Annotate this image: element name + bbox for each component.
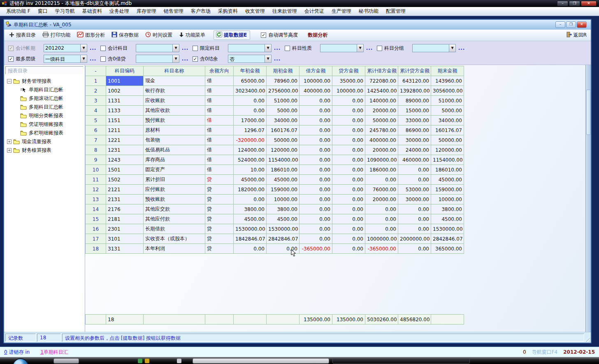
cell-amount[interactable]: 4500.00 xyxy=(267,214,300,224)
cell-code[interactable]: 1211 xyxy=(106,125,144,135)
max-level-more-button[interactable]: ... xyxy=(87,56,99,62)
cell-amount[interactable]: 0.00 xyxy=(332,96,365,106)
cell-amount[interactable]: 0.00 xyxy=(332,116,365,125)
tree-item-2[interactable]: 单期科目汇总帐 xyxy=(5,86,84,94)
cell-code[interactable]: 2301 xyxy=(106,224,144,234)
cell-amount[interactable]: 30000.00 xyxy=(398,135,431,145)
cell-code[interactable]: 2121 xyxy=(106,185,144,195)
cell-code[interactable]: 1151 xyxy=(106,116,144,125)
cell-name[interactable]: 现金 xyxy=(144,76,205,86)
tree-item-3[interactable]: 多期滚动汇总帐 xyxy=(5,94,84,103)
cell-code[interactable]: 1501 xyxy=(106,165,144,175)
chevron-down-icon[interactable]: ▼ xyxy=(265,44,271,52)
cell-amount[interactable]: 0.00 xyxy=(365,224,398,234)
cell-amount[interactable]: 160176.07 xyxy=(267,125,300,135)
cell-code[interactable]: 2181 xyxy=(106,214,144,224)
taskbar-tray-icon[interactable] xyxy=(145,359,149,363)
cell-amount[interactable]: -320000.00 xyxy=(234,135,267,145)
tree-item-8[interactable]: +现金流量报表 xyxy=(5,137,84,146)
taskbar-tray-icon[interactable] xyxy=(177,359,181,363)
cell-amount[interactable]: 1392800.00 xyxy=(398,86,431,96)
row-number[interactable]: 17 xyxy=(86,234,106,244)
limit-subject-combobox[interactable]: ▼ xyxy=(228,44,272,52)
cell-code[interactable]: 1002 xyxy=(106,86,144,96)
cell-amount[interactable]: 0.00 xyxy=(398,165,431,175)
cell-code[interactable]: 2176 xyxy=(106,204,144,214)
accounting-period-more-button[interactable]: ... xyxy=(87,45,99,51)
nav-window-link[interactable]: 导航窗口F4 xyxy=(532,349,558,356)
cell-direction[interactable]: 贷 xyxy=(205,175,234,185)
cell-amount[interactable]: -365000.00 xyxy=(300,244,332,254)
cell-amount[interactable]: 0.00 xyxy=(398,214,431,224)
cell-amount[interactable]: 0.00 xyxy=(300,234,332,244)
cell-amount[interactable]: 0.00 xyxy=(300,214,332,224)
cell-amount[interactable]: 186010.00 xyxy=(431,165,464,175)
cell-amount[interactable]: 2756000.00 xyxy=(267,86,300,96)
chart-analysis-button[interactable]: 图形分析 xyxy=(74,30,108,40)
menu-item-5[interactable]: 业务处理 xyxy=(106,7,133,16)
cell-code[interactable]: 1502 xyxy=(106,175,144,185)
auto-height-toggle[interactable]: 自动调节高度 xyxy=(261,32,298,39)
menu-item-6[interactable]: 库存管理 xyxy=(133,7,160,16)
cell-amount[interactable]: 400000.00 xyxy=(300,86,332,96)
cell-amount[interactable]: 524000.00 xyxy=(234,155,267,165)
cell-direction[interactable]: 贷 xyxy=(205,204,234,214)
accounting-period-combobox[interactable]: 201202▼ xyxy=(44,44,87,52)
cell-amount[interactable]: 1154000.00 xyxy=(267,155,300,165)
cell-amount[interactable]: 45000.00 xyxy=(267,175,300,185)
cell-amount[interactable]: 0.00 xyxy=(332,155,365,165)
cell-amount[interactable]: 45000.00 xyxy=(431,175,464,185)
cell-amount[interactable]: 0.00 xyxy=(300,175,332,185)
include-zero-balance-checkbox[interactable] xyxy=(193,56,198,62)
cell-amount[interactable]: 4500.00 xyxy=(431,214,464,224)
save-data-button[interactable]: 保存数据 xyxy=(109,30,142,40)
window-tab-main[interactable]: 0 进销存 in xyxy=(4,349,30,356)
subject-nature-checkbox[interactable] xyxy=(285,46,290,51)
cell-amount[interactable]: 53000.00 xyxy=(398,185,431,195)
cell-amount[interactable]: 15000.00 xyxy=(398,106,431,116)
cell-amount[interactable]: 1090000.00 xyxy=(365,155,398,165)
chevron-down-icon[interactable]: ▼ xyxy=(449,44,455,52)
extract-data-button[interactable]: 提取数据E xyxy=(214,30,250,40)
menu-item-1[interactable]: 系统功能 F xyxy=(2,7,34,16)
cell-amount[interactable]: 0.00 xyxy=(332,214,365,224)
cell-amount[interactable]: 5000.00 xyxy=(431,106,464,116)
row-number[interactable]: 4 xyxy=(86,106,106,116)
menu-item-15[interactable]: 配置管理 xyxy=(382,7,409,16)
cell-code[interactable]: 3131 xyxy=(106,244,144,254)
cell-amount[interactable]: 643120.00 xyxy=(398,76,431,86)
cell-amount[interactable]: 100000.00 xyxy=(332,86,365,96)
cell-amount[interactable]: 460000.00 xyxy=(398,155,431,165)
chevron-down-icon[interactable]: ▼ xyxy=(80,44,87,52)
cell-name[interactable]: 应收账款 xyxy=(144,96,205,106)
limit-subject-more-button[interactable]: ... xyxy=(272,45,283,51)
menu-item-2[interactable]: 窗口 xyxy=(34,7,51,16)
cell-direction[interactable]: 借 xyxy=(205,96,234,106)
cell-amount[interactable]: 3800.00 xyxy=(431,204,464,214)
include-zero-debit-credit-combobox[interactable]: ▼ xyxy=(136,55,179,63)
tree-item-6[interactable]: 凭证明细账报表 xyxy=(5,120,84,129)
cell-amount[interactable]: 3023400.00 xyxy=(234,86,267,96)
menu-item-7[interactable]: 销售管理 xyxy=(160,7,187,16)
cell-name[interactable]: 长期借款 xyxy=(144,224,205,234)
cell-code[interactable]: 3101 xyxy=(106,234,144,244)
window-tab-report[interactable]: 1单期科目汇 xyxy=(40,349,68,356)
tree-item-1[interactable]: −财务管理报表 xyxy=(5,77,84,86)
cell-amount[interactable]: 0.00 xyxy=(332,234,365,244)
report-directory-button[interactable]: 报表目录 xyxy=(7,30,39,40)
cell-direction[interactable]: 借 xyxy=(205,165,234,175)
cell-amount[interactable]: 30000.00 xyxy=(398,195,431,204)
cell-name[interactable]: 预付账款 xyxy=(144,116,205,125)
row-number[interactable]: 7 xyxy=(86,135,106,145)
cell-amount[interactable]: 78960.00 xyxy=(267,76,300,86)
print-button[interactable]: 打印功能 xyxy=(40,30,74,40)
cell-amount[interactable]: 51000.00 xyxy=(431,96,464,106)
row-number[interactable]: 12 xyxy=(86,185,106,195)
cell-amount[interactable]: 1425400.00 xyxy=(365,86,398,96)
cell-amount[interactable]: 0.00 xyxy=(300,195,332,204)
cell-amount[interactable]: 159000.00 xyxy=(431,185,464,195)
cell-amount[interactable]: 24000.00 xyxy=(398,145,431,155)
cell-amount[interactable]: 1296.07 xyxy=(234,125,267,135)
cell-amount[interactable]: 0.00 xyxy=(332,185,365,195)
include-zero-balance-combobox[interactable]: 否▼ xyxy=(228,55,272,63)
